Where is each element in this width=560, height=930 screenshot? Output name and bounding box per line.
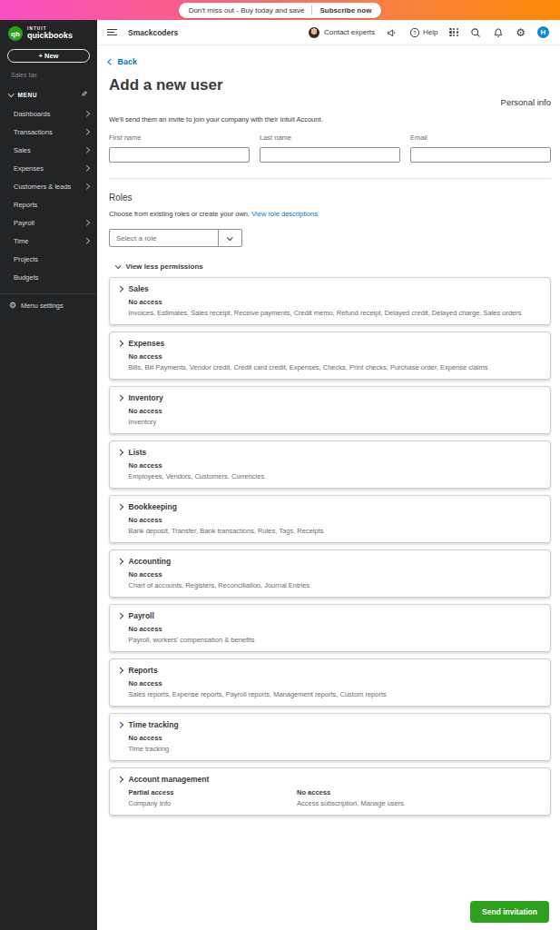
expand-chevron-icon[interactable] bbox=[117, 286, 123, 292]
permission-cards: Sales No access Invoices, Estimates, Sal… bbox=[109, 277, 551, 816]
svg-text:?: ? bbox=[413, 30, 417, 35]
chevron-right-icon bbox=[84, 183, 89, 189]
chevron-down-icon bbox=[8, 91, 14, 96]
promo-pill[interactable]: Don't miss out - Buy today and save Subs… bbox=[179, 3, 382, 18]
sidebar-item-customers-leads[interactable]: Customers & leads bbox=[0, 177, 97, 195]
help-button[interactable]: ? Help bbox=[409, 27, 437, 38]
sidebar-item-dashboards[interactable]: Dashboards bbox=[0, 104, 97, 123]
chevron-down-icon bbox=[227, 234, 232, 240]
sidebar-item-label: Projects bbox=[14, 255, 88, 263]
role-select[interactable]: Select a role bbox=[109, 229, 242, 247]
sidebar-item-projects[interactable]: Projects bbox=[0, 250, 97, 268]
permission-card-inventory[interactable]: Inventory No access Inventory bbox=[109, 386, 551, 434]
user-avatar[interactable]: H bbox=[537, 26, 549, 38]
permission-title: Reports bbox=[129, 666, 540, 675]
back-label: Back bbox=[118, 57, 138, 66]
promo-message: Don't miss out - Buy today and save bbox=[189, 6, 305, 15]
permission-access-level: No access bbox=[129, 679, 540, 688]
contact-experts-link[interactable]: Contact experts bbox=[324, 28, 375, 36]
top-navigation-bar: Smackcoders Contact experts ? Help bbox=[97, 20, 560, 45]
permission-access-level: No access bbox=[129, 734, 540, 742]
permission-card-reports[interactable]: Reports No access Sales reports, Expense… bbox=[109, 658, 551, 707]
permission-access-level: No access bbox=[129, 625, 540, 633]
sidebar-item-label: Customers & leads bbox=[14, 183, 84, 191]
view-role-descriptions-link[interactable]: View role descriptions bbox=[251, 210, 318, 218]
permission-access-level: No access bbox=[129, 461, 540, 470]
chevron-right-icon bbox=[84, 111, 89, 116]
permission-card-lists[interactable]: Lists No access Employees, Vendors, Cust… bbox=[109, 440, 551, 489]
quickbooks-logo[interactable]: qb INTUIT quickbooks bbox=[0, 20, 97, 46]
company-name[interactable]: Smackcoders bbox=[128, 28, 309, 37]
permission-title: Account management bbox=[129, 775, 540, 784]
permission-card-sales[interactable]: Sales No access Invoices, Estimates, Sal… bbox=[109, 277, 551, 325]
collapse-sidebar-icon[interactable] bbox=[107, 29, 117, 36]
permission-card-time-tracking[interactable]: Time tracking No access Time tracking bbox=[109, 713, 551, 761]
menu-settings-button[interactable]: ⚙ Menu settings bbox=[0, 294, 97, 317]
menu-section-header[interactable]: MENU ✎ bbox=[0, 84, 97, 104]
page-title: Add a new user bbox=[109, 76, 551, 94]
role-select-chevron-button[interactable] bbox=[218, 230, 241, 246]
sidebar-item-budgets[interactable]: Budgets bbox=[0, 268, 97, 286]
permission-card-bookkeeping[interactable]: Bookkeeping No access Bank deposit, Tran… bbox=[109, 495, 551, 543]
search-icon[interactable] bbox=[470, 27, 481, 38]
sidebar-item-payroll[interactable]: Payroll bbox=[0, 213, 97, 232]
expand-chevron-icon[interactable] bbox=[117, 450, 123, 455]
expand-chevron-icon[interactable] bbox=[117, 777, 123, 782]
page-footer: Send invitation bbox=[97, 894, 560, 930]
permission-details: Bank deposit, Transfer, Bank transaction… bbox=[129, 527, 540, 535]
gear-icon: ⚙ bbox=[9, 302, 16, 310]
expand-chevron-icon[interactable] bbox=[117, 668, 123, 673]
permission-details: Invoices, Estimates, Sales receipt, Rece… bbox=[129, 309, 540, 317]
chevron-right-icon bbox=[84, 220, 89, 225]
sidebar-item-expenses[interactable]: Expenses bbox=[0, 159, 97, 177]
permission-access-level: No access bbox=[129, 516, 540, 524]
permission-details: Bills, Bill Payments, Vendor credit, Cre… bbox=[129, 363, 540, 371]
edit-pencil-icon[interactable]: ✎ bbox=[81, 90, 88, 99]
permission-card-payroll[interactable]: Payroll No access Payroll, workers' comp… bbox=[109, 604, 551, 652]
expand-chevron-icon[interactable] bbox=[117, 395, 123, 401]
settings-gear-icon[interactable]: ⚙ bbox=[516, 27, 526, 38]
permission-details: Employees, Vendors, Customers, Currencie… bbox=[129, 472, 540, 480]
sidebar-item-transactions[interactable]: Transactions bbox=[0, 123, 97, 141]
sidebar-item-label: Budgets bbox=[14, 273, 88, 282]
permission-card-expenses[interactable]: Expenses No access Bills, Bill Payments,… bbox=[109, 331, 551, 380]
notifications-bell-icon[interactable] bbox=[493, 27, 504, 38]
personal-info-fields: First name Last name Email bbox=[109, 134, 551, 163]
megaphone-icon[interactable] bbox=[387, 27, 398, 38]
sidebar-item-sales[interactable]: Sales bbox=[0, 141, 97, 159]
expand-chevron-icon[interactable] bbox=[117, 559, 123, 564]
menu-settings-label: Menu settings bbox=[21, 302, 64, 310]
permission-card-accounting[interactable]: Accounting No access Chart of accounts, … bbox=[109, 549, 551, 598]
back-chevron-icon bbox=[108, 59, 113, 64]
new-button[interactable]: + New bbox=[7, 49, 90, 63]
main-content: Back Add a new user Personal info We'll … bbox=[97, 45, 560, 894]
expand-chevron-icon[interactable] bbox=[117, 613, 123, 618]
sidebar-item-sales-tax[interactable]: Sales tax bbox=[0, 71, 97, 84]
sidebar-item-reports[interactable]: Reports bbox=[0, 195, 97, 213]
quickbooks-label: quickbooks bbox=[27, 32, 73, 40]
email-input[interactable] bbox=[410, 147, 551, 163]
permission-title: Bookkeeping bbox=[129, 502, 540, 511]
email-field: Email bbox=[410, 134, 551, 163]
roles-heading: Roles bbox=[109, 193, 551, 203]
sidebar-item-time[interactable]: Time bbox=[0, 232, 97, 250]
permission-access-level: No access bbox=[129, 407, 540, 415]
brand-wordmark: INTUIT quickbooks bbox=[27, 27, 73, 41]
apps-grid-icon[interactable] bbox=[449, 28, 458, 37]
send-invitation-button[interactable]: Send invitation bbox=[470, 901, 549, 923]
back-link[interactable]: Back bbox=[109, 57, 551, 66]
first-name-input[interactable] bbox=[109, 147, 250, 163]
subscribe-now-link[interactable]: Subscribe now bbox=[319, 6, 371, 15]
permission-card-account-management[interactable]: Account management Partial access Compan… bbox=[109, 767, 551, 816]
expand-chevron-icon[interactable] bbox=[117, 341, 123, 346]
email-label: Email bbox=[410, 134, 551, 142]
expand-chevron-icon[interactable] bbox=[117, 504, 123, 510]
permission-title: Accounting bbox=[129, 557, 540, 566]
help-label: Help bbox=[423, 28, 437, 36]
sidebar-item-label: Reports bbox=[14, 201, 88, 209]
expand-chevron-icon[interactable] bbox=[117, 722, 123, 727]
view-less-permissions-label: View less permissions bbox=[126, 262, 203, 271]
last-name-input[interactable] bbox=[260, 147, 400, 163]
view-less-permissions-toggle[interactable]: View less permissions bbox=[116, 262, 551, 271]
chevron-right-icon bbox=[84, 129, 89, 134]
